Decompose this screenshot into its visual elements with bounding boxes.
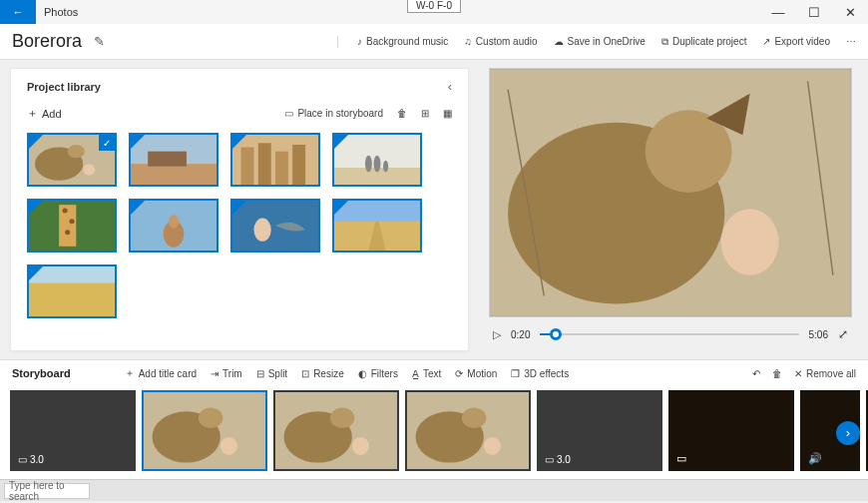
- seek-slider[interactable]: [540, 333, 798, 335]
- music-icon: ♪: [357, 36, 362, 47]
- close-icon: ✕: [794, 368, 802, 379]
- svg-rect-8: [241, 148, 254, 186]
- svg-point-43: [330, 407, 354, 428]
- library-title: Project library: [27, 81, 101, 93]
- seek-knob[interactable]: [550, 328, 562, 340]
- storyboard-clip[interactable]: ▭3.0: [10, 390, 136, 471]
- project-library-panel: Project library ‹ ＋Add ▭Place in storybo…: [10, 68, 469, 351]
- taskbar: Type here to search: [0, 479, 868, 501]
- library-thumb-beach-family[interactable]: [332, 133, 422, 187]
- collapse-library-icon[interactable]: ‹: [448, 79, 452, 94]
- trim-icon: ⇥: [211, 368, 218, 379]
- maximize-button[interactable]: ☐: [796, 0, 832, 24]
- undo-icon[interactable]: ↶: [752, 368, 760, 379]
- svg-point-26: [254, 219, 271, 242]
- select-icon[interactable]: ▦: [443, 108, 452, 119]
- motion-button[interactable]: ⟳Motion: [455, 368, 497, 379]
- text-icon: A̲: [412, 368, 419, 379]
- storyboard-clip[interactable]: [142, 390, 267, 471]
- svg-point-39: [199, 407, 222, 428]
- duplicate-project-button[interactable]: ⧉Duplicate project: [661, 36, 746, 48]
- add-media-button[interactable]: ＋Add: [27, 106, 62, 121]
- 3d-effects-button[interactable]: ❒3D effects: [511, 368, 569, 379]
- library-thumb-giraffe[interactable]: [27, 199, 117, 252]
- library-thumb-city-buildings[interactable]: [230, 133, 320, 187]
- export-video-button[interactable]: ↗Export video: [762, 36, 830, 47]
- place-icon: ▭: [284, 108, 293, 119]
- resize-icon: ⊡: [301, 368, 309, 379]
- add-title-card-button[interactable]: ＋Add title card: [125, 366, 197, 380]
- svg-rect-11: [292, 145, 305, 185]
- library-thumb-desert-mesa[interactable]: [129, 133, 218, 187]
- fullscreen-icon[interactable]: ⤢: [838, 327, 848, 341]
- image-icon: ▭: [545, 454, 554, 465]
- filters-button[interactable]: ◐Filters: [358, 368, 398, 379]
- preview-panel: ▷ 0:20 5:06 ⤢: [469, 60, 868, 359]
- svg-point-47: [462, 407, 486, 428]
- library-thumb-field-road[interactable]: [332, 199, 422, 252]
- back-button[interactable]: ←: [0, 0, 36, 24]
- split-button[interactable]: ⊟Split: [256, 368, 287, 379]
- remove-all-button[interactable]: ✕Remove all: [794, 368, 856, 379]
- svg-point-16: [383, 161, 388, 173]
- grid-icon[interactable]: ⊞: [421, 108, 429, 119]
- sound-icon: 🔊: [808, 452, 822, 465]
- svg-point-2: [68, 145, 85, 158]
- resize-button[interactable]: ⊡Resize: [301, 368, 344, 379]
- window-badge: W-0 F-0: [407, 0, 461, 13]
- export-icon: ↗: [762, 36, 770, 47]
- storyboard-title: Storyboard: [12, 367, 71, 379]
- play-button[interactable]: ▷: [493, 328, 501, 341]
- save-onedrive-button[interactable]: ☁Save in OneDrive: [554, 36, 646, 47]
- svg-point-48: [484, 437, 501, 455]
- image-icon: ▭: [676, 452, 686, 465]
- svg-rect-10: [275, 152, 288, 185]
- storyboard-clip[interactable]: ▭3.0: [537, 390, 662, 471]
- copy-icon: ⧉: [661, 36, 668, 48]
- svg-point-15: [374, 156, 381, 173]
- library-thumb-deer[interactable]: [129, 199, 218, 252]
- svg-point-14: [365, 156, 372, 173]
- library-thumb-girl-dolphin[interactable]: [230, 199, 320, 252]
- svg-point-19: [63, 209, 68, 214]
- svg-point-20: [69, 219, 74, 224]
- delete-clip-icon[interactable]: 🗑: [772, 368, 782, 379]
- split-icon: ⊟: [256, 368, 264, 379]
- svg-rect-6: [148, 152, 187, 167]
- svg-point-3: [83, 164, 95, 176]
- svg-point-24: [169, 215, 179, 228]
- storyboard-clip[interactable]: ▭: [668, 390, 794, 471]
- storyboard-clip[interactable]: [273, 390, 399, 471]
- edit-title-icon[interactable]: ✎: [94, 34, 105, 49]
- svg-point-44: [352, 437, 369, 455]
- svg-rect-18: [59, 205, 76, 247]
- motion-icon: ⟳: [455, 368, 463, 379]
- svg-rect-9: [258, 143, 271, 185]
- taskbar-search[interactable]: Type here to search: [4, 483, 90, 499]
- place-in-storyboard-button[interactable]: ▭Place in storyboard: [284, 108, 383, 119]
- background-music-button[interactable]: ♪Background music: [357, 36, 448, 47]
- custom-audio-button[interactable]: ♫Custom audio: [464, 36, 537, 47]
- cube-icon: ❒: [511, 368, 520, 379]
- delete-icon[interactable]: 🗑: [397, 108, 407, 119]
- close-button[interactable]: ✕: [832, 0, 868, 24]
- svg-point-34: [721, 210, 779, 275]
- library-thumb-savanna[interactable]: [27, 264, 117, 318]
- more-button[interactable]: ⋯: [846, 36, 856, 47]
- current-time: 0:20: [511, 329, 530, 340]
- library-thumb-lion-child[interactable]: ✓: [27, 133, 117, 187]
- trim-button[interactable]: ⇥Trim: [211, 368, 242, 379]
- filters-icon: ◐: [358, 368, 367, 379]
- svg-rect-5: [131, 164, 217, 185]
- minimize-button[interactable]: —: [760, 0, 796, 24]
- next-clips-button[interactable]: ›: [836, 421, 860, 445]
- audio-icon: ♫: [464, 36, 472, 47]
- storyboard-panel: Storyboard ＋Add title card ⇥Trim ⊟Split …: [0, 359, 868, 479]
- image-icon: ▭: [18, 454, 27, 465]
- storyboard-clip[interactable]: [405, 390, 531, 471]
- text-button[interactable]: A̲Text: [412, 368, 441, 379]
- preview-image: [489, 68, 852, 317]
- svg-point-21: [65, 230, 70, 235]
- svg-rect-30: [29, 283, 115, 316]
- project-title: Borerora: [12, 31, 82, 52]
